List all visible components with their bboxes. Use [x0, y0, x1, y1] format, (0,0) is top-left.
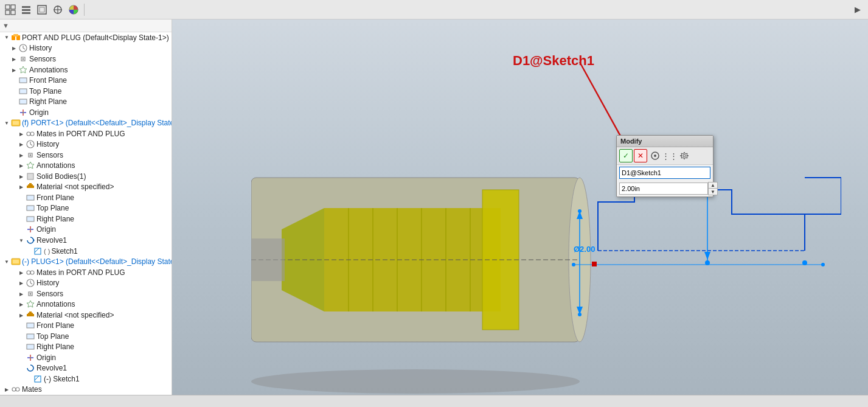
tree-item-annotations-plug[interactable]: Annotations	[0, 299, 172, 310]
expand-history-plug[interactable]	[17, 279, 26, 287]
plane-top-icon	[18, 86, 28, 96]
spinner-down-button[interactable]: ▼	[709, 189, 717, 195]
tree-item-right-plane[interactable]: Right Plane	[0, 96, 172, 107]
expand-history[interactable]	[10, 44, 18, 52]
mates-port-label: Mates in PORT AND PLUG	[36, 130, 125, 138]
origin-plug-icon	[26, 353, 35, 363]
modify-rebuild-button[interactable]	[648, 149, 662, 162]
tree-item-front-plane[interactable]: Front Plane	[0, 75, 172, 86]
svg-point-96	[705, 260, 710, 265]
toolbar-list-icon[interactable]	[19, 3, 33, 16]
expand-mates-plug[interactable]	[17, 268, 26, 277]
tree-item-material-plug[interactable]: Material <not specified>	[0, 310, 172, 321]
svg-rect-5	[22, 9, 30, 11]
tree-item-right-plane-port[interactable]: Right Plane	[0, 214, 172, 224]
mates-bottom-label: Mates	[22, 385, 42, 394]
toolbar-frame-icon[interactable]	[35, 3, 49, 16]
svg-marker-37	[27, 162, 34, 169]
expand-plug-part[interactable]	[2, 257, 11, 266]
tree-item-front-plane-port[interactable]: Front Plane	[0, 192, 172, 203]
modify-options-button[interactable]: ⋮⋮	[663, 149, 676, 162]
tree-item-root-assembly[interactable]: PORT AND PLUG (Default<Display State-1>)	[0, 32, 172, 43]
expand-material-plug[interactable]	[17, 311, 26, 319]
sketch-plug-icon	[33, 374, 43, 384]
tree-item-mates-bottom[interactable]: Mates	[0, 384, 172, 395]
tree-item-revolve-plug[interactable]: Revolve1	[0, 363, 172, 374]
svg-line-56	[30, 283, 32, 284]
svg-rect-22	[19, 78, 27, 83]
expand-history-port[interactable]	[17, 140, 26, 148]
sensor-icon	[18, 54, 28, 64]
3d-viewport[interactable]: D1@Sketch1	[172, 19, 868, 395]
top-plane-1-label: Top Plane	[29, 87, 61, 96]
svg-point-71	[12, 388, 16, 391]
material-plug-icon	[26, 310, 35, 320]
svg-point-108	[683, 155, 686, 157]
tree-item-revolve1[interactable]: Revolve1	[0, 235, 172, 246]
tree-item-top-plane-plug[interactable]: Top Plane	[0, 331, 172, 342]
tree-item-front-plane-plug[interactable]: Front Plane	[0, 321, 172, 332]
toolbar-color-icon[interactable]	[67, 3, 80, 16]
top-plane-port-label: Top Plane	[36, 204, 69, 212]
tree-item-mates-port[interactable]: Mates in PORT AND PLUG	[0, 128, 172, 139]
right-plane-plug-label: Right Plane	[36, 343, 74, 351]
3d-model-svg	[251, 141, 598, 395]
expand-annotations[interactable]	[10, 66, 18, 74]
tree-item-top-plane[interactable]: Top Plane	[0, 86, 172, 97]
modify-cancel-button[interactable]: ✕	[634, 149, 647, 162]
front-plane-1-label: Front Plane	[29, 76, 67, 85]
tree-item-annotations[interactable]: Annotations	[0, 64, 172, 75]
toolbar-expand-arrow[interactable]: ▶	[851, 3, 864, 16]
expand-annotations-plug[interactable]	[17, 300, 26, 308]
expand-solid-bodies[interactable]	[17, 172, 26, 181]
expand-mates-port[interactable]	[17, 130, 26, 138]
expand-material-port[interactable]	[17, 183, 26, 191]
modify-sketch-input[interactable]	[619, 167, 710, 179]
tree-item-origin-plug[interactable]: Origin	[0, 352, 172, 363]
tree-item-sensors-port[interactable]: Sensors	[0, 150, 172, 161]
expand-annotations-port[interactable]	[17, 161, 26, 170]
tree-item-solid-bodies[interactable]: Solid Bodies(1)	[0, 171, 172, 182]
tree-item-sensors-plug[interactable]: Sensors	[0, 288, 172, 299]
expand-root[interactable]	[2, 33, 11, 42]
front-plane-port-label: Front Plane	[36, 193, 74, 202]
expand-mates-bottom[interactable]	[2, 385, 11, 394]
root-assembly-label: PORT AND PLUG (Default<Display State-1>)	[22, 33, 169, 42]
tree-item-annotations-port[interactable]: Annotations	[0, 161, 172, 172]
tree-item-port-part[interactable]: (f) PORT<1> (Default<<Default>_Display S…	[0, 117, 172, 128]
svg-rect-4	[22, 6, 30, 8]
tree-item-sensors[interactable]: Sensors	[0, 54, 172, 64]
svg-rect-41	[29, 183, 32, 184]
expand-revolve1[interactable]	[17, 236, 26, 245]
expand-port-part[interactable]	[2, 119, 11, 127]
expand-sensors-port[interactable]	[17, 151, 26, 159]
port-part-icon	[11, 118, 21, 128]
tree-item-plug-part[interactable]: (-) PLUG<1> (Default<<Default>_Display S…	[0, 256, 172, 267]
sketch1-label: Sketch1	[51, 247, 77, 256]
tree-item-right-plane-plug[interactable]: Right Plane	[0, 342, 172, 353]
expand-sensors[interactable]	[10, 55, 18, 63]
tree-item-sketch1[interactable]: ( ) Sketch1	[0, 246, 172, 257]
spinner-up-button[interactable]: ▲	[709, 183, 717, 189]
svg-marker-94	[704, 252, 710, 260]
mates-plug-label: Mates in PORT AND PLUG	[36, 268, 125, 277]
tree-item-material-port[interactable]: Material <not specified>	[0, 182, 172, 193]
tree-item-origin-port[interactable]: Origin	[0, 224, 172, 235]
toolbar-grid-icon[interactable]	[4, 3, 17, 16]
expand-sensors-plug[interactable]	[17, 290, 26, 298]
tree-item-history[interactable]: History	[0, 43, 172, 54]
tree-item-top-plane-port[interactable]: Top Plane	[0, 203, 172, 214]
tree-item-origin[interactable]: Origin	[0, 107, 172, 118]
tree-item-history-plug[interactable]: History	[0, 277, 172, 288]
tree-item-mates-plug[interactable]: Mates in PORT AND PLUG	[0, 267, 172, 278]
svg-rect-87	[251, 238, 285, 281]
tree-item-sketch-plug[interactable]: (-) Sketch1	[0, 374, 172, 384]
modify-numeric-input[interactable]	[619, 183, 708, 195]
sensors-port-icon	[26, 150, 35, 160]
tree-item-history-port[interactable]: History	[0, 139, 172, 150]
modify-ok-button[interactable]: ✓	[619, 149, 633, 162]
sketch-plug-label: (-) Sketch1	[44, 375, 80, 383]
toolbar-crosshair-icon[interactable]	[51, 3, 64, 16]
modify-settings-button[interactable]	[678, 149, 691, 162]
svg-rect-40	[28, 184, 33, 186]
